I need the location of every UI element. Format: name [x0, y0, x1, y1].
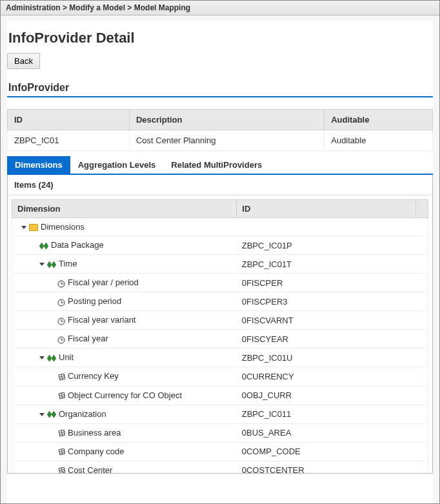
tree-id: ZBPC_IC01U — [237, 348, 428, 367]
expand-toggle-icon[interactable] — [39, 356, 45, 359]
tree-label: Time — [59, 259, 77, 268]
dimension-icon — [39, 241, 48, 250]
tree-id: 0FISCYEAR — [237, 330, 428, 348]
tree-id: 0FISCPER — [237, 274, 428, 292]
characteristic-icon — [57, 447, 65, 457]
col-dimension: Dimension — [12, 200, 237, 218]
tree-label: Unit — [59, 352, 74, 362]
tree-label: Company code — [68, 447, 124, 456]
characteristic-icon — [57, 428, 65, 438]
tree-row[interactable]: OrganizationZBPC_IC011 — [12, 405, 428, 423]
dimension-icon — [47, 259, 56, 269]
expand-toggle-icon[interactable] — [39, 413, 45, 416]
tree-row-root[interactable]: Dimensions — [12, 218, 428, 236]
tree-row[interactable]: Fiscal year0FISCYEAR — [12, 330, 428, 348]
breadcrumb-item[interactable]: Model Mapping — [134, 3, 190, 12]
breadcrumb-item[interactable]: Administration — [6, 3, 61, 12]
dimension-icon — [47, 410, 56, 419]
tree-row[interactable]: Object Currency for CO Object0OBJ_CURR — [12, 386, 428, 405]
section-title-infoprovider: InfoProvider — [7, 82, 433, 97]
breadcrumb-sep: > — [125, 3, 134, 12]
tree-label: Object Currency for CO Object — [68, 390, 182, 400]
characteristic-icon — [57, 372, 65, 382]
tree-id: ZBPC_IC01T — [237, 255, 428, 274]
expand-toggle-icon[interactable] — [21, 226, 26, 229]
tab-dimensions[interactable]: Dimensions — [7, 156, 70, 174]
tree-row[interactable]: Fiscal year / period0FISCPER — [12, 274, 428, 292]
tree-label: Business area — [68, 428, 121, 438]
clock-icon — [57, 316, 65, 325]
tree-id: 0COMP_CODE — [237, 442, 428, 461]
tree-row[interactable]: Data PackageZBPC_IC01P — [12, 236, 428, 255]
cell-auditable: Auditable — [325, 130, 433, 151]
clock-icon — [57, 334, 65, 344]
tree-id: ZBPC_IC011 — [237, 405, 428, 423]
tree-label: Data Package — [51, 240, 104, 250]
tab-strip: Dimensions Aggregation Levels Related Mu… — [7, 156, 433, 175]
tree-row[interactable]: UnitZBPC_IC01U — [12, 348, 428, 367]
characteristic-icon — [57, 466, 65, 473]
tree-id: 0CURRENCY — [237, 367, 428, 386]
tab-aggregation-levels[interactable]: Aggregation Levels — [70, 156, 164, 174]
tree-id: 0BUS_AREA — [237, 423, 428, 442]
tab-related-multiproviders[interactable]: Related MultiProviders — [163, 156, 270, 174]
clock-icon — [57, 278, 65, 288]
tree-row[interactable]: Posting period0FISCPER3 — [12, 292, 428, 311]
col-id: ID — [237, 200, 415, 218]
clock-icon — [57, 297, 65, 307]
breadcrumb-item[interactable]: Modify a Model — [69, 3, 125, 12]
col-description: Description — [129, 110, 324, 130]
tree-row[interactable]: Business area0BUS_AREA — [12, 423, 428, 442]
tree-id: 0OBJ_CURR — [237, 386, 428, 405]
tree-label: Organization — [59, 409, 106, 419]
cell-description: Cost Center Planning — [129, 130, 324, 151]
items-count-label: Items (24) — [8, 175, 432, 196]
expand-toggle-icon[interactable] — [39, 263, 45, 266]
tree-id: 0COSTCENTER — [237, 461, 428, 473]
tree-id: ZBPC_IC01P — [237, 236, 428, 255]
col-auditable: Auditable — [325, 110, 433, 130]
col-id: ID — [8, 110, 130, 130]
dimensions-panel: Items (24) Dimension ID DimensionsData P… — [7, 175, 433, 474]
tree-label: Dimensions — [41, 222, 85, 232]
tree-row[interactable]: TimeZBPC_IC01T — [12, 255, 428, 274]
tree-id: 0FISCPER3 — [237, 292, 428, 311]
characteristic-icon — [57, 391, 65, 401]
tree-row[interactable]: Cost Center0COSTCENTER — [12, 461, 428, 473]
tree-label: Currency Key — [68, 371, 119, 381]
table-row[interactable]: ZBPC_IC01 Cost Center Planning Auditable — [8, 130, 433, 151]
page-title: InfoProvider Detail — [7, 21, 433, 53]
tree-row[interactable]: Currency Key0CURRENCY — [12, 367, 428, 386]
cell-id: ZBPC_IC01 — [8, 130, 130, 151]
back-button[interactable]: Back — [7, 53, 40, 69]
breadcrumb: Administration > Modify a Model > Model … — [1, 1, 439, 15]
tree-label: Posting period — [68, 296, 121, 306]
tree-label: Cost Center — [68, 465, 112, 473]
tree-label: Fiscal year — [68, 334, 108, 343]
tree-row[interactable]: Company code0COMP_CODE — [12, 442, 428, 461]
tree-id: 0FISCVARNT — [237, 311, 428, 330]
breadcrumb-sep: > — [61, 3, 70, 12]
tree-label: Fiscal year variant — [68, 315, 135, 325]
tree-label: Fiscal year / period — [68, 277, 139, 287]
tree-scroll[interactable]: DimensionsData PackageZBPC_IC01PTimeZBPC… — [12, 218, 428, 473]
col-spacer — [415, 200, 428, 218]
tree-row[interactable]: Fiscal year variant0FISCVARNT — [12, 311, 428, 330]
folder-icon — [29, 224, 38, 231]
dimension-icon — [47, 353, 56, 363]
info-table: ID Description Auditable ZBPC_IC01 Cost … — [7, 109, 433, 151]
